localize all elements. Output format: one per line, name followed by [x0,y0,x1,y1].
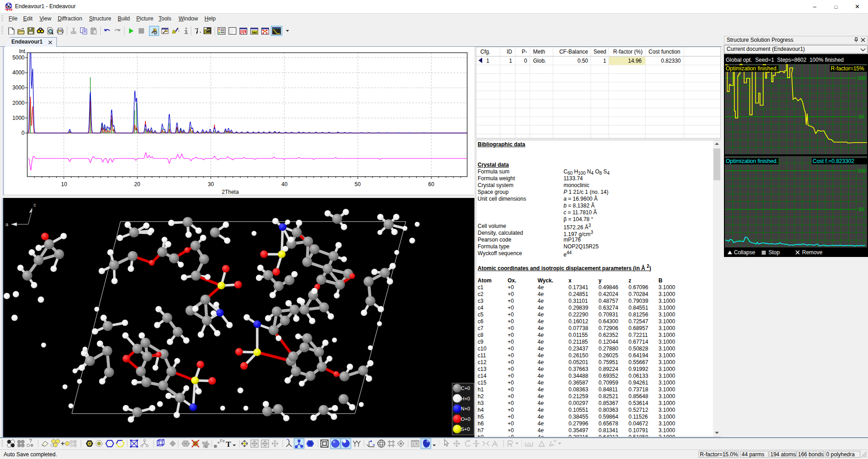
svg-text:Fe: Fe [220,439,225,443]
svg-text:a: a [373,443,375,447]
svg-text:?: ? [29,438,32,444]
svg-text:T: T [226,440,231,449]
